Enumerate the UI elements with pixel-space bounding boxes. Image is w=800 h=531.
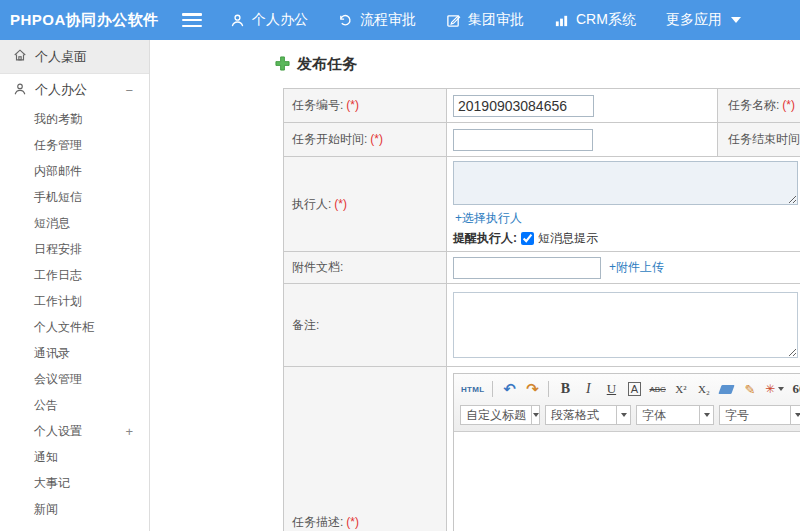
sidebar-section-personal-office[interactable]: 个人办公 − <box>0 74 149 106</box>
nav-more-apps[interactable]: 更多应用 <box>666 11 741 29</box>
task-no-input[interactable] <box>453 95 594 117</box>
sidebar-item-announcement[interactable]: 公告 <box>0 392 149 418</box>
executor-label: 执行人:(*) <box>284 157 447 252</box>
nav-crm-system[interactable]: CRM系统 <box>554 11 636 29</box>
choose-executor-link[interactable]: +选择执行人 <box>455 210 800 227</box>
sidebar: 个人桌面 个人办公 − 我的考勤 任务管理 内部邮件 手机短信 短消息 日程安排… <box>0 40 150 531</box>
user-icon <box>230 13 245 28</box>
sidebar-item-news[interactable]: 新闻 <box>0 496 149 522</box>
font-size-select[interactable]: 字号 <box>719 405 800 425</box>
sidebar-item-work-diary[interactable]: 工作日志 <box>0 262 149 288</box>
font-family-select[interactable]: 字体 <box>636 405 714 425</box>
home-icon <box>13 48 27 65</box>
menu-icon[interactable] <box>182 13 202 27</box>
sidebar-menu: 我的考勤 任务管理 内部邮件 手机短信 短消息 日程安排 工作日志 工作计划 个… <box>0 106 149 522</box>
top-nav: 个人办公 流程审批 集团审批 CRM系统 <box>230 11 741 29</box>
remind-executor-label: 提醒执行人: <box>453 230 517 247</box>
custom-title-select[interactable]: 自定义标题 <box>460 405 540 425</box>
caret-down-icon <box>731 17 741 23</box>
sidebar-item-internal-mail[interactable]: 内部邮件 <box>0 158 149 184</box>
task-no-label: 任务编号:(*) <box>284 89 447 123</box>
strikethrough-button[interactable]: ABC <box>648 379 666 399</box>
sidebar-item-events[interactable]: 大事记 <box>0 470 149 496</box>
process-arrow-icon <box>338 13 353 28</box>
superscript-button[interactable]: X² <box>672 379 690 399</box>
undo-icon[interactable]: ↶ <box>500 379 518 399</box>
html-source-button[interactable]: HTML <box>460 379 485 399</box>
attachment-label: 附件文档: <box>284 252 447 284</box>
end-time-label: 任务结束时间:(*) <box>718 123 800 157</box>
nav-group-approval[interactable]: 集团审批 <box>446 11 524 29</box>
editor-toolbar: HTML ↶ ↷ B I U A ABC <box>454 374 800 432</box>
sidebar-item-schedule[interactable]: 日程安排 <box>0 236 149 262</box>
redo-icon[interactable]: ↷ <box>523 379 541 399</box>
sidebar-item-task-management[interactable]: 任务管理 <box>0 132 149 158</box>
start-time-input[interactable] <box>453 129 593 151</box>
attachment-input[interactable] <box>453 257 601 279</box>
expand-icon[interactable]: + <box>125 424 133 439</box>
sidebar-item-notice[interactable]: 通知 <box>0 444 149 470</box>
nav-personal-office[interactable]: 个人办公 <box>230 11 308 29</box>
sidebar-item-contacts[interactable]: 通讯录 <box>0 340 149 366</box>
blockquote-button[interactable]: 66 <box>790 379 800 399</box>
collapse-icon[interactable]: − <box>125 83 133 98</box>
sidebar-item-personal-settings[interactable]: 个人设置 + <box>0 418 149 444</box>
rich-text-editor: HTML ↶ ↷ B I U A ABC <box>453 373 800 531</box>
sidebar-item-work-plan[interactable]: 工作计划 <box>0 288 149 314</box>
remark-textarea[interactable] <box>453 292 798 358</box>
task-desc-label: 任务描述:(*) <box>284 367 447 531</box>
paragraph-format-select[interactable]: 段落格式 <box>545 405 631 425</box>
sms-remind-label: 短消息提示 <box>538 230 598 247</box>
bar-chart-icon <box>554 13 569 28</box>
sidebar-item-file-cabinet[interactable]: 个人文件柜 <box>0 314 149 340</box>
underline-button[interactable]: U <box>602 379 620 399</box>
executor-textarea[interactable] <box>453 161 798 205</box>
sidebar-item-desktop[interactable]: 个人桌面 <box>0 40 149 74</box>
main-content: 发布任务 任务编号:(*) 任务名称:(*) <box>150 40 800 531</box>
autotypeset-button[interactable]: A <box>628 382 641 396</box>
subscript-button[interactable]: X₂ <box>695 379 713 399</box>
publish-task-form: 任务编号:(*) 任务名称:(*) 任务开始时间:(*) <box>283 88 800 531</box>
nav-workflow-approval[interactable]: 流程审批 <box>338 11 416 29</box>
format-brush-icon[interactable]: ✎ <box>741 379 759 399</box>
editor-content-area[interactable] <box>454 432 800 531</box>
magic-format-icon[interactable]: ✳ <box>764 379 785 399</box>
start-time-label: 任务开始时间:(*) <box>284 123 447 157</box>
attachment-upload-link[interactable]: +附件上传 <box>609 259 664 276</box>
user-icon <box>13 82 27 99</box>
edit-icon <box>446 13 461 28</box>
top-header: PHPOA协同办公软件 个人办公 流程审批 <box>0 0 800 40</box>
sidebar-item-sms[interactable]: 手机短信 <box>0 184 149 210</box>
sidebar-item-short-message[interactable]: 短消息 <box>0 210 149 236</box>
app-logo: PHPOA协同办公软件 <box>0 11 182 30</box>
sidebar-item-attendance[interactable]: 我的考勤 <box>0 106 149 132</box>
sms-remind-checkbox[interactable] <box>521 232 534 245</box>
task-name-label: 任务名称:(*) <box>718 89 800 123</box>
plus-icon <box>275 56 290 74</box>
eraser-icon[interactable] <box>718 379 736 399</box>
remark-label: 备注: <box>284 284 447 367</box>
bold-button[interactable]: B <box>556 379 574 399</box>
italic-button[interactable]: I <box>579 379 597 399</box>
sidebar-item-meeting[interactable]: 会议管理 <box>0 366 149 392</box>
page-title: 发布任务 <box>275 55 800 74</box>
